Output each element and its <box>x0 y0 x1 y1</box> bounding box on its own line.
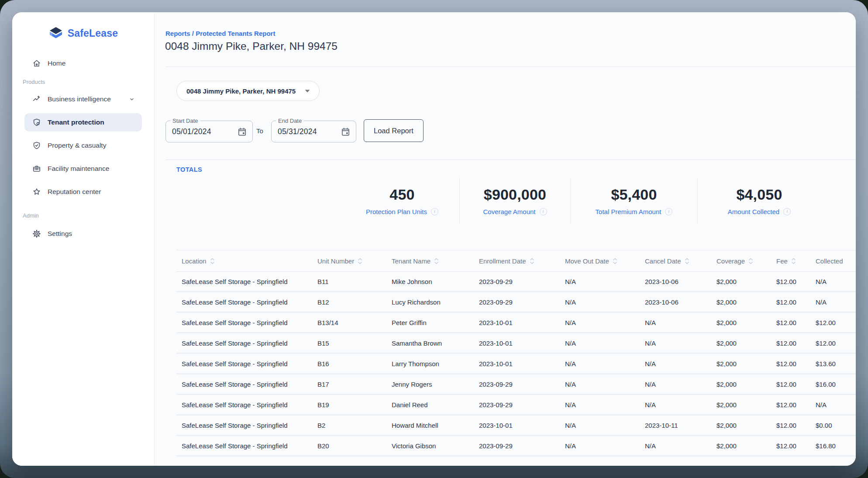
shield-check-icon <box>31 140 42 151</box>
cell-location: SafeLease Self Storage - Springfield <box>176 401 317 409</box>
cell-collected: $13.60 <box>816 360 856 367</box>
stat-value: $900,000 <box>484 186 546 203</box>
table-row: SafeLease Self Storage - SpringfieldB11M… <box>176 272 856 292</box>
column-header-inner[interactable]: Coverage <box>716 257 753 265</box>
table-row: SafeLease Self Storage - SpringfieldB2Ho… <box>176 416 856 436</box>
table-row: SafeLease Self Storage - SpringfieldB17J… <box>176 374 856 395</box>
cell-unit-number: B15 <box>317 339 392 347</box>
sort-icon <box>434 257 439 265</box>
chevron-down-icon <box>128 95 136 103</box>
start-date-value[interactable]: 05/01/2024 <box>172 127 237 136</box>
cell-collected: N/A <box>816 278 856 285</box>
info-icon[interactable]: i <box>431 208 438 215</box>
safelease-logo[interactable]: SafeLease <box>12 12 154 54</box>
cell-enrollment-date: 2023-09-29 <box>479 381 565 388</box>
sidebar-item-facility-maintenance[interactable]: Facility maintenance <box>24 159 142 178</box>
cell-location: SafeLease Self Storage - Springfield <box>176 442 317 450</box>
date-range-to-label: To <box>256 127 263 135</box>
stat-value: $4,050 <box>736 186 782 203</box>
column-header-label: Move Out Date <box>565 257 609 265</box>
column-header-move-out-date[interactable]: Move Out Date <box>565 257 645 265</box>
column-header-tenant-name[interactable]: Tenant Name <box>392 257 479 265</box>
column-header-inner[interactable]: Collected <box>816 257 843 265</box>
cell-coverage: $2,000 <box>716 381 776 388</box>
cell-collected: $16.80 <box>816 442 856 450</box>
stat-label: Coverage Amount <box>483 208 535 215</box>
cell-coverage: $2,000 <box>716 319 776 326</box>
header-divider <box>165 66 856 67</box>
gear-icon <box>31 229 42 239</box>
stat-coverage-amount: $900,000Coverage Amounti <box>459 177 570 224</box>
cell-fee: $12.00 <box>776 401 816 409</box>
column-header-fee[interactable]: Fee <box>776 257 816 265</box>
shield-badge-icon <box>31 117 42 128</box>
calendar-icon[interactable] <box>341 127 351 137</box>
cell-tenant-name: Victoria Gibson <box>392 442 479 450</box>
table-row: SafeLease Self Storage - SpringfieldB19D… <box>176 395 856 416</box>
end-date-field[interactable]: End Date 05/31/2024 <box>271 121 356 142</box>
table-row: SafeLease Self Storage - SpringfieldB15S… <box>176 333 856 354</box>
column-header-location[interactable]: Location <box>176 257 317 265</box>
column-header-inner[interactable]: Enrollment Date <box>479 257 534 265</box>
cell-unit-number: B20 <box>317 442 392 450</box>
cell-fee: $12.00 <box>776 360 816 367</box>
sidebar-section-label: Admin <box>12 211 154 220</box>
sidebar-item-business-intelligence[interactable]: Business intelligence <box>24 90 142 108</box>
cell-tenant-name: Daniel Reed <box>392 401 479 409</box>
cell-move-out-date: N/A <box>565 298 645 306</box>
cell-move-out-date: N/A <box>565 360 645 367</box>
cell-location: SafeLease Self Storage - Springfield <box>176 381 317 388</box>
column-header-inner[interactable]: Fee <box>776 257 796 265</box>
info-icon[interactable]: i <box>665 208 672 215</box>
cell-unit-number: B17 <box>317 381 392 388</box>
load-report-button[interactable]: Load Report <box>364 119 424 142</box>
stat-protection-plan-units: 450Protection Plan Unitsi <box>345 177 459 224</box>
sidebar-item-property-casualty[interactable]: Property & casualty <box>24 136 142 155</box>
cell-collected: $12.00 <box>816 319 856 326</box>
cell-cancel-date: 2023-10-06 <box>645 278 716 285</box>
column-header-inner[interactable]: Move Out Date <box>565 257 617 265</box>
cell-coverage: $2,000 <box>716 422 776 429</box>
info-icon[interactable]: i <box>783 208 791 215</box>
column-header-inner[interactable]: Tenant Name <box>392 257 439 265</box>
column-header-enrollment-date[interactable]: Enrollment Date <box>479 257 565 265</box>
column-header-inner[interactable]: Unit Number <box>317 257 362 265</box>
cell-fee: $12.00 <box>776 422 816 429</box>
app-window: SafeLease HomeProductsBusiness intellige… <box>12 12 856 466</box>
table-header-row: LocationUnit NumberTenant NameEnrollment… <box>176 250 856 272</box>
column-header-coverage[interactable]: Coverage <box>716 257 776 265</box>
sidebar-item-tenant-protection[interactable]: Tenant protection <box>24 113 142 132</box>
sidebar-item-reputation-center[interactable]: Reputation center <box>24 183 142 201</box>
table-row: SafeLease Self Storage - SpringfieldB13/… <box>176 313 856 333</box>
column-header-label: Enrollment Date <box>479 257 526 265</box>
stat-label-row: Protection Plan Unitsi <box>366 208 438 215</box>
cell-cancel-date: N/A <box>645 319 716 326</box>
end-date-value[interactable]: 05/31/2024 <box>278 127 341 136</box>
info-icon[interactable]: i <box>540 208 547 215</box>
cell-enrollment-date: 2023-10-01 <box>479 319 565 326</box>
column-header-unit-number[interactable]: Unit Number <box>317 257 392 265</box>
calendar-icon[interactable] <box>237 127 247 137</box>
sidebar-item-label: Home <box>48 59 65 67</box>
facility-select-value: 0048 Jimmy Pike, Parker, NH 99475 <box>186 87 296 95</box>
sidebar-item-settings[interactable]: Settings <box>24 225 142 243</box>
cell-enrollment-date: 2023-09-29 <box>479 298 565 306</box>
stat-label-row: Total Premium Amounti <box>596 208 673 215</box>
column-header-label: Location <box>182 257 207 265</box>
cell-location: SafeLease Self Storage - Springfield <box>176 278 317 285</box>
breadcrumb[interactable]: Reports / Protected Tenants Report <box>165 30 275 37</box>
start-date-label: Start Date <box>170 117 200 125</box>
cell-enrollment-date: 2023-10-01 <box>479 422 565 429</box>
cell-enrollment-date: 2023-09-29 <box>479 401 565 409</box>
facility-select[interactable]: 0048 Jimmy Pike, Parker, NH 99475 <box>176 81 320 101</box>
sort-icon <box>748 257 753 265</box>
start-date-field[interactable]: Start Date 05/01/2024 <box>165 121 253 142</box>
sidebar-item-home[interactable]: Home <box>24 54 142 73</box>
cell-move-out-date: N/A <box>565 381 645 388</box>
column-header-inner[interactable]: Cancel Date <box>645 257 689 265</box>
column-header-cancel-date[interactable]: Cancel Date <box>645 257 716 265</box>
end-date-label: End Date <box>276 117 304 125</box>
sidebar-item-label: Facility maintenance <box>48 165 109 173</box>
column-header-collected[interactable]: Collected <box>816 257 856 265</box>
column-header-inner[interactable]: Location <box>182 257 215 265</box>
